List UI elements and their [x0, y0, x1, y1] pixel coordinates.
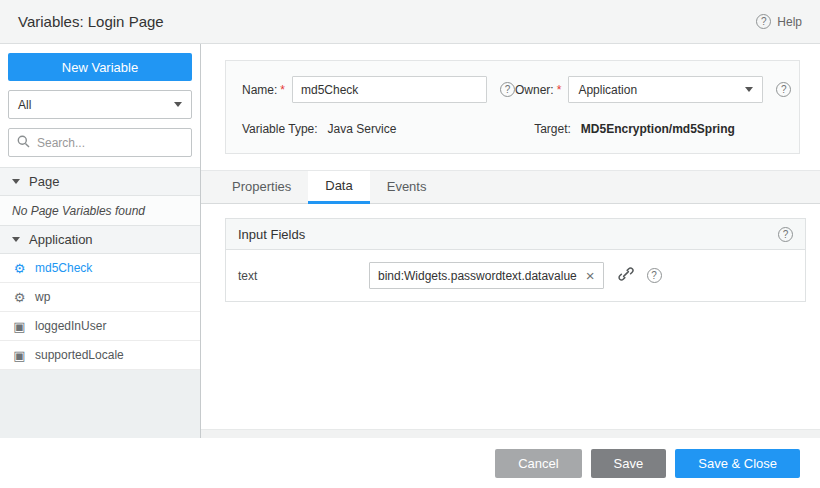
required-mark: * [557, 83, 562, 97]
link-icon [618, 266, 634, 286]
owner-select[interactable]: Application [568, 76, 763, 103]
dialog-footer: Cancel Save Save & Close [0, 438, 820, 488]
variable-type-label: Variable Type: [242, 122, 318, 136]
variable-type-group: Variable Type: Java Service [242, 122, 534, 136]
filter-selected-value: All [18, 98, 31, 112]
variable-search[interactable] [8, 128, 192, 157]
input-fields-panel: Input Fields ? text bind:Widgets.passwor… [225, 218, 806, 302]
variable-item-label: supportedLocale [35, 348, 124, 362]
search-icon [17, 134, 30, 152]
field-help-icon[interactable]: ? [647, 268, 662, 283]
variable-item-loggedinuser[interactable]: ▣ loggedInUser [0, 312, 200, 341]
input-fields-body: text bind:Widgets.passwordtext.datavalue… [226, 250, 805, 301]
save-button[interactable]: Save [591, 449, 667, 478]
service-variable-icon: ⚙ [12, 290, 27, 305]
search-input[interactable] [37, 136, 183, 150]
bind-expression-field[interactable]: bind:Widgets.passwordtext.datavalue × [369, 262, 604, 289]
input-fields-help-icon[interactable]: ? [778, 227, 793, 242]
variable-item-md5check[interactable]: ⚙ md5Check [0, 254, 200, 283]
dialog-header: Variables: Login Page ? Help [0, 0, 820, 44]
help-label: Help [777, 15, 802, 29]
help-icon: ? [756, 14, 771, 29]
variable-item-label: wp [35, 290, 50, 304]
collapse-caret-icon [12, 179, 20, 184]
variable-type-value: Java Service [328, 122, 397, 136]
owner-field-group: Owner: * Application ? [515, 76, 791, 103]
tree-section-application[interactable]: Application [0, 225, 200, 254]
variable-summary-panel: Name: * ? Owner: * Application ? [225, 60, 800, 154]
variable-detail-pane: Name: * ? Owner: * Application ? [201, 44, 820, 438]
sidebar-controls: New Variable All [0, 44, 200, 167]
target-value: MD5Encryption/md5Spring [581, 122, 735, 136]
variable-item-wp[interactable]: ⚙ wp [0, 283, 200, 312]
help-button[interactable]: ? Help [756, 14, 802, 29]
target-label: Target: [534, 122, 571, 136]
field-name-label: text [238, 269, 369, 283]
variable-filter-select[interactable]: All [8, 90, 192, 119]
variables-sidebar: New Variable All Page No Page Variables … [0, 44, 201, 438]
service-variable-icon: ⚙ [12, 261, 27, 276]
model-variable-icon: ▣ [12, 348, 27, 363]
bind-expression-value: bind:Widgets.passwordtext.datavalue [378, 269, 577, 283]
input-fields-title: Input Fields [238, 227, 305, 242]
dialog-body: New Variable All Page No Page Variables … [0, 44, 820, 438]
variable-item-supportedlocale[interactable]: ▣ supportedLocale [0, 341, 200, 370]
collapse-caret-icon [12, 237, 20, 242]
horizontal-scrollbar[interactable] [201, 429, 820, 438]
tree-section-page[interactable]: Page [0, 167, 200, 196]
cancel-button[interactable]: Cancel [495, 449, 581, 478]
owner-label: Owner: [515, 83, 554, 97]
chevron-down-icon [174, 102, 182, 107]
name-help-icon[interactable]: ? [500, 82, 515, 97]
model-variable-icon: ▣ [12, 319, 27, 334]
tree-section-application-label: Application [29, 232, 93, 247]
bind-link-button[interactable] [618, 266, 634, 286]
name-field-group: Name: * ? [242, 76, 515, 103]
name-input[interactable] [292, 76, 487, 103]
tab-events[interactable]: Events [370, 171, 444, 204]
save-close-button[interactable]: Save & Close [675, 449, 800, 478]
chevron-down-icon [745, 87, 753, 92]
page-empty-message: No Page Variables found [0, 196, 200, 225]
tab-properties[interactable]: Properties [215, 171, 308, 204]
page-title: Variables: Login Page [18, 13, 164, 30]
new-variable-button[interactable]: New Variable [8, 53, 192, 81]
name-label: Name: [242, 83, 277, 97]
type-target-row: Variable Type: Java Service Target: MD5E… [242, 122, 783, 136]
owner-help-icon[interactable]: ? [776, 82, 791, 97]
name-owner-row: Name: * ? Owner: * Application ? [242, 76, 783, 103]
detail-tabs: Properties Data Events [201, 170, 820, 204]
target-group: Target: MD5Encryption/md5Spring [534, 122, 735, 136]
variables-dialog: Variables: Login Page ? Help New Variabl… [0, 0, 820, 488]
data-tab-content: Input Fields ? text bind:Widgets.passwor… [201, 204, 820, 302]
variable-item-label: loggedInUser [35, 319, 106, 333]
clear-binding-icon[interactable]: × [586, 268, 595, 283]
input-fields-header: Input Fields ? [226, 219, 805, 250]
variable-item-label: md5Check [35, 261, 92, 275]
owner-selected-value: Application [578, 83, 637, 97]
tab-data[interactable]: Data [308, 171, 369, 204]
required-mark: * [280, 83, 285, 97]
tree-section-page-label: Page [29, 174, 59, 189]
